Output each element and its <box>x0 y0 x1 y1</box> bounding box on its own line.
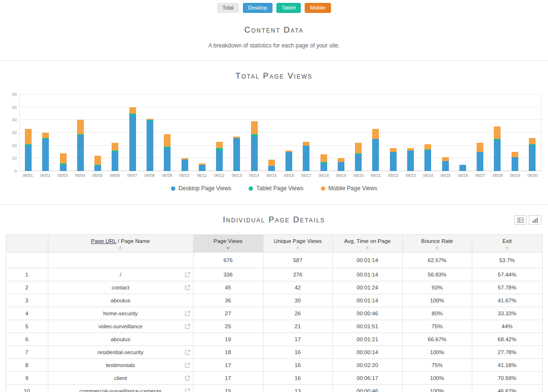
metric-cell: 70.59% <box>472 372 542 385</box>
column-header-bounce-rate[interactable]: Bounce Rate˄ <box>402 235 472 253</box>
external-link-icon[interactable] <box>185 311 190 316</box>
table-view-button[interactable] <box>514 215 526 225</box>
column-header-page-views[interactable]: Page Views˅ <box>193 235 263 253</box>
page-name: aboutus <box>111 298 130 303</box>
table-row[interactable]: 3aboutus363000:01:14100%41.67% <box>6 294 542 307</box>
table-row[interactable]: 1/33627600:01:1456.83%57.44% <box>6 268 542 281</box>
metric-cell: 41.67% <box>472 294 542 307</box>
table-row[interactable]: 2contact454200:01:2450%57.78% <box>6 281 542 294</box>
external-link-icon[interactable] <box>185 285 190 290</box>
row-index-cell: 5 <box>6 320 48 333</box>
bar-06/11[interactable] <box>194 94 211 171</box>
y-axis-tick-label: 30 <box>3 131 17 135</box>
bar-stack <box>442 157 449 171</box>
bar-stack <box>320 154 327 171</box>
bar-06/12[interactable] <box>211 94 228 171</box>
bar-06/19[interactable] <box>332 94 350 171</box>
bar-06/27[interactable] <box>471 94 489 171</box>
bar-06/26[interactable] <box>454 94 471 171</box>
bar-segment <box>442 157 449 161</box>
bar-06/18[interactable] <box>315 94 332 171</box>
bar-06/17[interactable] <box>297 94 315 171</box>
bar-06/21[interactable] <box>367 94 384 171</box>
bar-06/29[interactable] <box>506 94 523 171</box>
bar-06/24[interactable] <box>419 94 436 171</box>
view-toggle-group <box>514 215 541 225</box>
x-axis-tick-label: 06/10 <box>176 173 193 178</box>
bar-06/09[interactable] <box>159 94 176 171</box>
bar-06/14[interactable] <box>245 94 263 171</box>
bar-segment <box>112 143 118 150</box>
external-link-icon[interactable] <box>185 272 190 277</box>
bar-06/22[interactable] <box>385 94 402 171</box>
x-axis-tick-label: 06/20 <box>350 173 367 178</box>
bar-06/25[interactable] <box>436 94 454 171</box>
chart-view-button[interactable] <box>529 215 541 225</box>
metric-cell: 00:06:17 <box>332 372 402 385</box>
bar-06/10[interactable] <box>176 94 193 171</box>
bar-06/02[interactable] <box>37 94 54 171</box>
filter-button-total[interactable]: Total <box>217 3 239 13</box>
page-name-cell: testimonials <box>48 359 193 372</box>
bar-segment <box>320 154 327 162</box>
legend-item[interactable]: Mobile Page Views <box>321 185 377 192</box>
external-link-icon[interactable] <box>185 389 190 392</box>
bar-06/16[interactable] <box>280 94 297 171</box>
x-axis-tick-label: 06/03 <box>54 173 71 178</box>
row-index-cell: 7 <box>6 346 48 359</box>
table-row[interactable]: 7residential-security181600:00:14100%27.… <box>6 346 542 359</box>
bar-06/28[interactable] <box>489 94 506 171</box>
bar-06/07[interactable] <box>124 94 141 171</box>
bar-06/15[interactable] <box>263 94 280 171</box>
filter-button-mobile[interactable]: Mobile <box>305 3 331 13</box>
metric-cell: 41.18% <box>472 359 542 372</box>
external-link-icon[interactable] <box>185 350 190 355</box>
legend-item[interactable]: Tablet Page Views <box>249 185 304 192</box>
bar-segment <box>60 165 67 171</box>
external-link-icon[interactable] <box>185 363 190 368</box>
page-name-cell: residential-security <box>48 346 193 359</box>
bar-06/05[interactable] <box>89 94 106 171</box>
table-row[interactable]: 4home-security272600:00:4680%33.33% <box>6 307 542 320</box>
column-header-exit[interactable]: Exit˄ <box>472 235 542 253</box>
bar-segment <box>129 115 136 171</box>
bar-segment <box>164 134 171 147</box>
column-header-index <box>6 235 48 253</box>
bar-06/06[interactable] <box>106 94 124 171</box>
filter-button-tablet[interactable]: Tablet <box>276 3 301 13</box>
table-row[interactable]: 5video-surveillance252100:01:5175%44% <box>6 320 542 333</box>
metric-cell: 336 <box>193 268 263 281</box>
summary-cell: 53.7% <box>472 253 542 268</box>
bar-segment <box>338 162 344 171</box>
table-row[interactable]: 6aboutus191700:01:2166.67%68.42% <box>6 333 542 346</box>
table-title: Individual Page Details <box>0 215 548 225</box>
column-header-avg-time-on-page[interactable]: Avg. Time on Page˄ <box>332 235 402 253</box>
bar-06/01[interactable] <box>20 94 37 171</box>
legend-item[interactable]: Desktop Page Views <box>171 185 232 192</box>
bar-06/20[interactable] <box>350 94 367 171</box>
bar-06/30[interactable] <box>524 94 541 171</box>
chart-legend: Desktop Page ViewsTablet Page ViewsMobil… <box>0 185 548 192</box>
filter-button-desktop[interactable]: Desktop <box>243 3 273 13</box>
page-title: Content Data <box>0 25 548 35</box>
bar-06/04[interactable] <box>72 94 89 171</box>
metric-cell: 15 <box>193 385 263 392</box>
bar-06/13[interactable] <box>228 94 245 171</box>
external-link-icon[interactable] <box>185 376 190 381</box>
bar-segment <box>477 152 483 171</box>
bar-06/08[interactable] <box>141 94 159 171</box>
bar-segment <box>529 138 536 144</box>
table-row[interactable]: 9client171600:06:17100%70.59% <box>6 372 542 385</box>
column-header-label: Exit <box>474 238 540 244</box>
bar-06/03[interactable] <box>55 94 72 171</box>
x-axis-tick-label: 06/28 <box>489 173 506 178</box>
column-header-unique-page-views[interactable]: Unique Page Views˄ <box>263 235 332 253</box>
external-link-icon[interactable] <box>185 324 190 329</box>
metric-cell: 26 <box>263 307 332 320</box>
bar-06/23[interactable] <box>402 94 419 171</box>
table-row[interactable]: 8testimonials171600:02:2075%41.18% <box>6 359 542 372</box>
page-url-link[interactable]: Page URL <box>91 238 116 244</box>
table-row[interactable]: 10commercial-surveillance-cameras151300:… <box>6 385 542 392</box>
y-axis-tick-label: 40 <box>3 118 17 122</box>
column-header-page-url[interactable]: Page URL / Page Name˄ <box>48 235 193 253</box>
